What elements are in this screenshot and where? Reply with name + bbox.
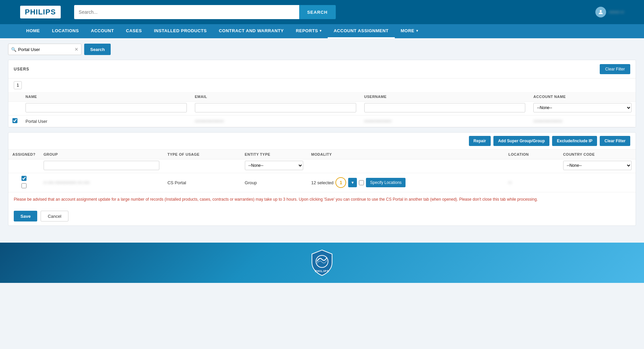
logo: PHILIPS	[20, 6, 61, 18]
filter-entity-type-select[interactable]: --None--	[245, 161, 303, 170]
nav-more[interactable]: MORE ▾	[395, 24, 424, 38]
filter-entity-type-cell: --None--	[241, 159, 307, 173]
group-value: •• •••• •••••••••••••• ••• ••••	[44, 180, 90, 185]
assignment-clear-filter-button[interactable]: Clear Filter	[600, 136, 630, 146]
filter-account-cell: --None--	[529, 102, 636, 115]
page-content: 🔍 ✕ Search USERS Clear Filter 1 NAME EMA…	[0, 38, 644, 236]
row-username-cell: ••••••••••••••••••	[360, 115, 530, 127]
type-usage-value: CS Portal	[167, 180, 186, 185]
footer: PHILIPS	[0, 243, 644, 283]
modality-count-value: 12 selected	[311, 180, 334, 185]
users-page-num: 1	[14, 81, 22, 89]
user-account-name-value: •••••••••••••••••••	[533, 119, 562, 124]
clear-search-icon[interactable]: ✕	[74, 47, 78, 52]
cancel-button[interactable]: Cancel	[41, 211, 68, 221]
nav-reports[interactable]: REPORTS ▾	[290, 24, 328, 38]
repair-button[interactable]: Repair	[469, 136, 491, 146]
user-avatar	[595, 7, 606, 17]
col-group-header: GROUP	[40, 150, 163, 159]
nav-home[interactable]: HOME	[20, 24, 46, 38]
user-area: ••••••• ••	[595, 7, 624, 17]
users-card-title: USERS	[14, 67, 29, 71]
filter-email-input[interactable]	[195, 103, 356, 112]
assignment-toolbar: Repair Add Super Group/Group Exclude/Inc…	[8, 133, 636, 150]
row-modality-cell: 12 selected 1 ▼ Specify Locations	[307, 173, 504, 192]
assignment-filter-row: --None-- --None--	[8, 159, 636, 173]
save-button[interactable]: Save	[14, 211, 37, 221]
user-row-checkbox[interactable]	[12, 118, 17, 123]
row-email-cell: •••••••••••••••••••	[191, 115, 360, 127]
search-button[interactable]: Search	[84, 44, 111, 55]
nav-account-assignment[interactable]: ACCOUNT ASSIGNMENT	[328, 24, 395, 38]
nav-installed-products[interactable]: INSTALLED PRODUCTS	[148, 24, 213, 38]
row-assigned-cell	[8, 173, 40, 192]
col-email-header: EMAIL	[191, 92, 360, 102]
col-type-usage-header: TYPE OF USAGE	[163, 150, 240, 159]
exclude-include-ip-button[interactable]: Exclude/Include IP	[552, 136, 597, 146]
col-username-header: USERNAME	[360, 92, 530, 102]
filter-country-code-select[interactable]: --None--	[563, 161, 632, 170]
filter-modality-cell	[307, 159, 504, 173]
col-assigned-header: Assigned?	[8, 150, 40, 159]
nav-account[interactable]: ACCOUNT	[85, 24, 120, 38]
location-value: ••	[508, 180, 512, 185]
col-checkbox-header	[8, 92, 21, 102]
filter-group-input[interactable]	[44, 161, 159, 170]
modality-wrap: 12 selected 1 ▼ Specify Locations	[311, 177, 500, 188]
user-name-value: Portal User	[25, 119, 47, 124]
modality-dropdown-button[interactable]: ▼	[348, 178, 357, 187]
filter-group-cell	[40, 159, 163, 173]
row-location-cell: ••	[504, 173, 559, 192]
modality-badge: 1	[335, 177, 346, 188]
assigned-main-checkbox[interactable]	[21, 176, 26, 181]
specify-locations-button[interactable]: Specify Locations	[366, 178, 406, 187]
col-name-header: NAME	[21, 92, 191, 102]
col-country-code-header: COUNTRY CODE	[559, 150, 636, 159]
filter-account-select[interactable]: --None--	[533, 103, 632, 112]
svg-text:PHILIPS: PHILIPS	[315, 269, 329, 273]
assignment-table-row: •• •••• •••••••••••••• ••• •••• CS Porta…	[8, 173, 636, 192]
row-type-usage-cell: CS Portal	[163, 173, 240, 192]
notice-text: Please be advised that an account assign…	[8, 192, 636, 207]
nav-locations[interactable]: LOCATIONS	[46, 24, 85, 38]
filter-email-cell	[191, 102, 360, 115]
nav-bar: HOME LOCATIONS ACCOUNT CASES INSTALLED P…	[0, 24, 644, 38]
users-card: USERS Clear Filter 1 NAME EMAIL USERNAME…	[8, 60, 636, 128]
filter-row: --None--	[8, 102, 636, 115]
assigned-sub-checkbox[interactable]	[21, 183, 26, 188]
users-card-header: USERS Clear Filter	[8, 60, 636, 79]
col-account-name-header: ACCOUNT NAME	[529, 92, 636, 102]
user-search-wrap: 🔍 ✕	[8, 44, 82, 55]
assignment-card: Repair Add Super Group/Group Exclude/Inc…	[8, 132, 636, 226]
footer-logo: PHILIPS	[310, 249, 334, 276]
entity-type-value: Group	[245, 180, 257, 185]
col-location-header: LOCATION	[504, 150, 559, 159]
nav-contract-warranty[interactable]: CONTRACT AND WARRANTY	[213, 24, 289, 38]
col-entity-type-header: ENTITY TYPE	[241, 150, 307, 159]
user-search-input[interactable]	[18, 47, 74, 52]
modality-checkbox[interactable]	[359, 180, 364, 185]
users-table: NAME EMAIL USERNAME ACCOUNT NAME --None-…	[8, 92, 636, 127]
row-country-code-cell	[559, 173, 636, 192]
row-entity-type-cell: Group	[241, 173, 307, 192]
col-modality-header: MODALITY	[307, 150, 504, 159]
user-name: ••••••• ••	[609, 10, 624, 15]
global-search-wrap: SEARCH	[74, 5, 336, 19]
filter-type-usage-cell	[163, 159, 240, 173]
search-row: 🔍 ✕ Search	[8, 44, 636, 55]
logo-text: PHILIPS	[25, 8, 56, 16]
nav-cases[interactable]: CASES	[120, 24, 148, 38]
filter-username-input[interactable]	[364, 103, 526, 112]
global-search-button[interactable]: SEARCH	[299, 5, 336, 19]
filter-name-input[interactable]	[25, 103, 187, 112]
assignment-table: Assigned? GROUP TYPE OF USAGE ENTITY TYP…	[8, 150, 636, 192]
row-checkbox-cell	[8, 115, 21, 127]
action-buttons: Save Cancel	[8, 207, 636, 226]
add-super-group-button[interactable]: Add Super Group/Group	[493, 136, 549, 146]
filter-country-code-cell: --None--	[559, 159, 636, 173]
row-name-cell: Portal User	[21, 115, 191, 127]
global-search-input[interactable]	[74, 5, 299, 19]
users-clear-filter-button[interactable]: Clear Filter	[600, 64, 630, 74]
row-account-name-cell: •••••••••••••••••••	[529, 115, 636, 127]
row-group-cell: •• •••• •••••••••••••• ••• ••••	[40, 173, 163, 192]
